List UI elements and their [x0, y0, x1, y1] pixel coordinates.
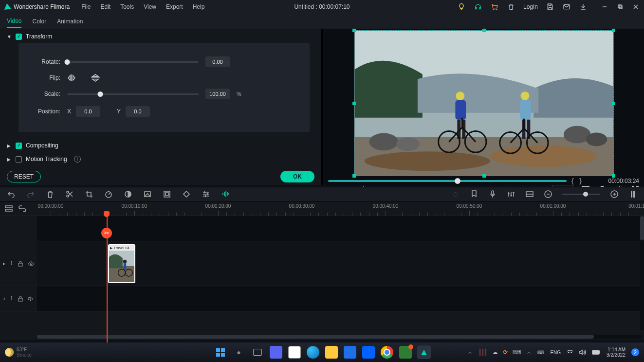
tab-color[interactable]: Color: [32, 15, 46, 28]
visibility-icon[interactable]: [28, 261, 35, 266]
timeline-body[interactable]: Travel 04 ✂: [37, 216, 644, 311]
wifi-icon[interactable]: [567, 349, 573, 355]
motiontracking-checkbox[interactable]: [16, 156, 22, 163]
chrome-app-icon[interactable]: [380, 345, 394, 359]
save-icon[interactable]: [546, 2, 554, 11]
menu-view[interactable]: View: [144, 3, 156, 10]
scissor-icon[interactable]: ✂: [101, 228, 112, 238]
preview-canvas[interactable]: [354, 30, 614, 176]
audio-icon[interactable]: [221, 190, 230, 199]
close-icon[interactable]: [631, 2, 640, 11]
menu-export[interactable]: Export: [166, 3, 183, 10]
keyframe-icon[interactable]: [182, 190, 191, 199]
mail-icon[interactable]: [562, 2, 571, 11]
taskbar-app-icon[interactable]: [399, 345, 412, 359]
dropbox-app-icon[interactable]: [362, 345, 375, 359]
voiceover-icon[interactable]: [488, 190, 497, 199]
menu-tools[interactable]: Tools: [120, 3, 134, 10]
timeline-v-scrollbar[interactable]: [640, 216, 644, 330]
rotate-slider[interactable]: [67, 61, 199, 63]
zoom-slider[interactable]: [562, 194, 600, 195]
render-icon[interactable]: ◌: [451, 190, 460, 199]
menu-file[interactable]: File: [81, 3, 91, 10]
undo-icon[interactable]: [7, 190, 16, 199]
explorer-app-icon[interactable]: [325, 345, 338, 359]
start-icon[interactable]: [214, 345, 227, 359]
zoom-out-icon[interactable]: [544, 190, 552, 199]
idea-icon[interactable]: [457, 2, 466, 11]
reset-button[interactable]: RESET: [7, 171, 41, 182]
resize-handle[interactable]: [612, 102, 615, 105]
expand-motiontracking-icon[interactable]: ▶: [7, 157, 12, 162]
onedrive-icon[interactable]: ☁: [492, 349, 498, 356]
playback-slider[interactable]: [328, 180, 567, 182]
lock-icon[interactable]: [18, 296, 23, 302]
flip-vertical-icon[interactable]: [91, 74, 100, 82]
thumbnails-icon[interactable]: [525, 190, 534, 199]
menu-help[interactable]: Help: [193, 3, 205, 10]
ok-button[interactable]: OK: [280, 171, 314, 182]
redo-icon[interactable]: [26, 190, 35, 199]
language-indicator[interactable]: ENG: [550, 350, 561, 355]
tray-chevron2-icon[interactable]: ︿: [527, 349, 532, 356]
video-clip[interactable]: Travel 04: [108, 244, 135, 283]
resize-handle[interactable]: [612, 29, 615, 32]
marker-icon[interactable]: [470, 190, 478, 199]
mute-icon[interactable]: [28, 296, 34, 301]
input-icon[interactable]: ⌨: [537, 350, 544, 355]
timeline-h-scrollbar[interactable]: [37, 335, 642, 339]
resize-handle[interactable]: [482, 174, 486, 178]
timeline-ruler[interactable]: 00:00:00:0000:00:10:0000:00:20:0000:00:3…: [37, 201, 644, 216]
zoom-in-icon[interactable]: [610, 190, 619, 199]
scale-slider[interactable]: [67, 93, 199, 95]
crop-icon[interactable]: [85, 190, 93, 199]
speed-icon[interactable]: [104, 190, 113, 199]
info-icon[interactable]: i: [74, 156, 81, 163]
resize-handle[interactable]: [352, 29, 356, 32]
store-app-icon[interactable]: [288, 345, 301, 359]
zoom-fit-icon[interactable]: [628, 190, 637, 199]
edge-app-icon[interactable]: [306, 345, 320, 359]
compositing-checkbox[interactable]: [16, 143, 22, 149]
resize-handle[interactable]: [482, 29, 486, 32]
greenscreen-icon[interactable]: [143, 190, 152, 199]
scale-value[interactable]: 100.00: [205, 89, 230, 99]
color-icon[interactable]: [124, 190, 132, 199]
maximize-icon[interactable]: [616, 2, 625, 11]
track-lane-spacer[interactable]: [37, 216, 644, 241]
battery-icon[interactable]: [592, 350, 601, 355]
lock-icon[interactable]: [18, 261, 23, 267]
expand-compositing-icon[interactable]: ▶: [7, 143, 12, 148]
link-icon[interactable]: [18, 205, 26, 212]
mixer-icon[interactable]: [507, 190, 515, 199]
playhead[interactable]: ✂: [107, 216, 108, 343]
delete-icon[interactable]: [46, 190, 55, 199]
notification-badge[interactable]: 2: [631, 348, 639, 356]
cart-icon[interactable]: [490, 2, 499, 11]
resize-handle[interactable]: [352, 102, 356, 105]
taskview-icon[interactable]: [251, 345, 264, 359]
chat-app-icon[interactable]: [269, 345, 283, 359]
timeline-layers-icon[interactable]: [5, 205, 13, 212]
split-icon[interactable]: [65, 190, 74, 199]
menu-edit[interactable]: Edit: [101, 3, 111, 10]
keyboard-icon[interactable]: ⌨: [513, 349, 521, 356]
collapse-transform-icon[interactable]: ▼: [7, 34, 12, 39]
update-icon[interactable]: ⟳: [503, 349, 508, 356]
audio-track-lane[interactable]: [37, 286, 644, 311]
headset-icon[interactable]: [474, 2, 482, 11]
trash-icon[interactable]: [507, 2, 515, 11]
resize-handle[interactable]: [612, 174, 615, 178]
tray-app-icon[interactable]: ⎮⎮⎮: [478, 349, 487, 356]
minimize-icon[interactable]: [600, 2, 609, 11]
flip-horizontal-icon[interactable]: [67, 74, 77, 82]
position-y-value[interactable]: 0.0: [126, 106, 150, 117]
fit-icon[interactable]: [163, 190, 171, 199]
transform-checkbox[interactable]: [16, 34, 22, 40]
login-link[interactable]: LogIn: [523, 3, 538, 10]
tab-animation[interactable]: Animation: [57, 15, 83, 28]
weather-widget[interactable]: 63°F Smoke: [5, 347, 32, 358]
download-icon[interactable]: [579, 2, 588, 11]
clock[interactable]: 1:14 AM 3/2/2022: [607, 347, 626, 358]
rotate-value[interactable]: 0.00: [205, 56, 230, 67]
